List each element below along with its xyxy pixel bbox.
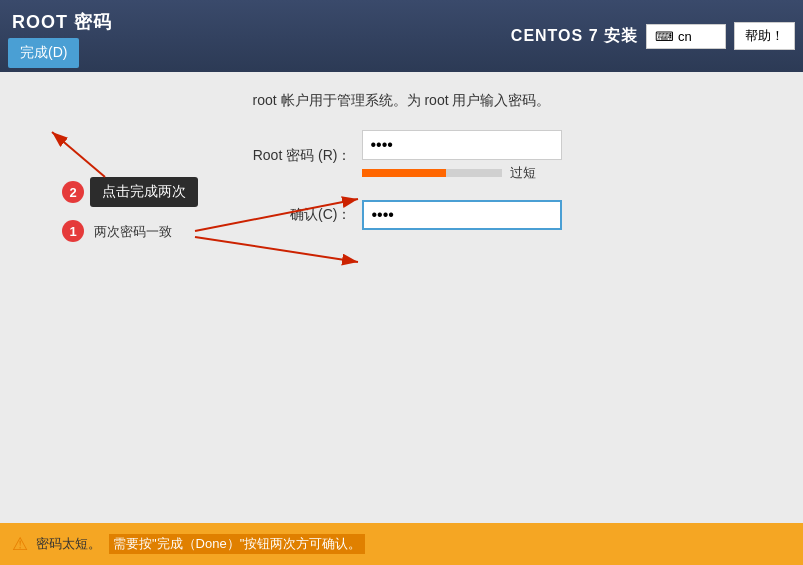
strength-bar: [362, 169, 502, 177]
help-button[interactable]: 帮助！: [734, 22, 795, 50]
svg-line-3: [195, 237, 358, 262]
header-left: ROOT 密码 完成(D): [0, 4, 112, 68]
annotation-label-1: 两次密码一致: [90, 223, 172, 241]
root-password-input[interactable]: [362, 130, 562, 160]
root-password-label: Root 密码 (R)：: [242, 147, 352, 165]
lang-label: cn: [678, 29, 692, 44]
confirm-password-input[interactable]: [362, 200, 562, 230]
language-selector[interactable]: ⌨ cn: [646, 24, 726, 49]
annotation-badge-2: 2: [62, 181, 84, 203]
keyboard-icon: ⌨: [655, 29, 674, 44]
password-row: Root 密码 (R)： 过短: [80, 130, 723, 182]
annotation-badge-1: 1: [62, 220, 84, 242]
header: ROOT 密码 完成(D) CENTOS 7 安装 ⌨ cn 帮助！: [0, 0, 803, 72]
header-right: CENTOS 7 安装 ⌨ cn 帮助！: [511, 22, 803, 50]
annotation-box-2: 点击完成两次: [90, 177, 198, 207]
warning-text-highlight: 需要按"完成（Done）"按钮两次方可确认。: [109, 534, 365, 554]
strength-bar-row: 过短: [362, 164, 562, 182]
annotation-1: 1 两次密码一致: [62, 220, 172, 242]
warning-icon: ⚠: [12, 533, 28, 555]
strength-text: 过短: [510, 164, 536, 182]
centos-title: CENTOS 7 安装: [511, 26, 638, 47]
confirm-label: 确认(C)：: [242, 206, 352, 224]
warning-text-1: 密码太短。: [36, 535, 101, 553]
main-content: root 帐户用于管理系统。为 root 用户输入密码。 Root 密码 (R)…: [0, 72, 803, 523]
done-button[interactable]: 完成(D): [8, 38, 79, 68]
footer-warning: ⚠ 密码太短。 需要按"完成（Done）"按钮两次方可确认。: [0, 523, 803, 565]
page-title: ROOT 密码: [8, 10, 112, 34]
password-input-wrapper: 过短: [362, 130, 562, 182]
confirm-input-wrapper: [362, 200, 562, 230]
annotation-2: 2 点击完成两次: [62, 177, 198, 207]
strength-fill: [362, 169, 446, 177]
description-text: root 帐户用于管理系统。为 root 用户输入密码。: [80, 92, 723, 110]
